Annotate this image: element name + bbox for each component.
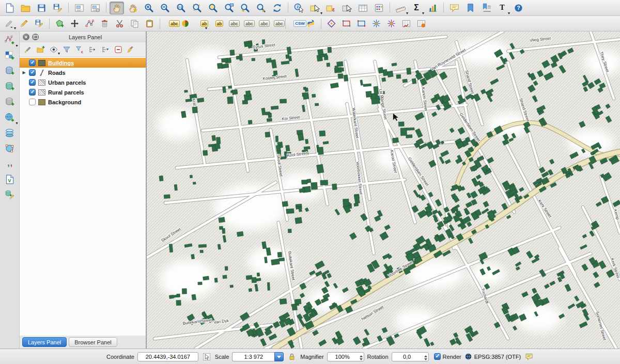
refresh-map-button[interactable] <box>270 2 284 14</box>
add-wcs-layer-button[interactable] <box>2 126 18 140</box>
expand-all-button[interactable] <box>86 44 98 55</box>
zoom-out-button[interactable] <box>158 2 172 14</box>
plugin-table-button[interactable] <box>414 18 428 29</box>
zoom-last-button[interactable] <box>238 2 252 14</box>
add-raster-layer-button[interactable] <box>2 49 18 62</box>
zoom-in-button[interactable] <box>142 2 156 14</box>
new-print-composer-button[interactable] <box>72 2 86 14</box>
cut-features-button[interactable] <box>113 18 126 29</box>
coordinate-input[interactable] <box>137 352 198 361</box>
current-edits-button[interactable] <box>2 18 16 29</box>
select-by-expression-button[interactable] <box>323 2 338 14</box>
save-project-button[interactable] <box>34 2 49 14</box>
add-delimited-text-button[interactable] <box>2 157 18 171</box>
close-panel-button[interactable] <box>23 34 29 40</box>
layer-visibility-checkbox[interactable] <box>29 99 36 105</box>
highlight-labels-button[interactable]: ab <box>208 18 222 29</box>
save-project-as-button[interactable] <box>50 2 65 14</box>
remove-layer-button[interactable] <box>112 44 124 55</box>
digitize-rectangle-extent-button[interactable] <box>354 18 368 29</box>
show-hide-labels-button[interactable]: abc <box>223 18 237 29</box>
filter-legend-button[interactable] <box>60 44 72 55</box>
zoom-next-button[interactable] <box>254 2 268 14</box>
scale-dropdown-arrow[interactable] <box>274 352 284 361</box>
identify-features-button[interactable] <box>291 2 306 14</box>
labeling-button[interactable]: abc <box>163 18 177 29</box>
toggle-editing-button[interactable] <box>17 18 30 29</box>
map-canvas[interactable]: Cyrus StreetKoster StreetKoi StreetKool … <box>146 31 620 349</box>
node-tool-button[interactable] <box>83 18 96 29</box>
pan-map-button[interactable] <box>110 2 124 14</box>
layer-visibility-checkbox[interactable] <box>29 79 36 86</box>
filter-by-expression-button[interactable] <box>73 44 85 55</box>
statistics-button[interactable] <box>425 2 440 14</box>
open-layer-styling-button[interactable] <box>22 44 34 55</box>
layer-row-background[interactable]: Background <box>20 97 146 107</box>
float-panel-button[interactable] <box>32 34 39 40</box>
layer-row-rural-parcels[interactable]: Rural parcels <box>20 87 146 97</box>
zoom-to-selection-button[interactable] <box>206 2 220 14</box>
help-button[interactable] <box>511 2 525 14</box>
new-shapefile-button[interactable] <box>2 172 18 186</box>
add-mssql-layer-button[interactable] <box>2 95 18 109</box>
layer-row-roads[interactable]: Roads <box>20 68 146 77</box>
move-feature-button[interactable] <box>68 18 81 29</box>
zoom-native-button[interactable] <box>174 2 188 14</box>
rotation-input[interactable] <box>392 352 429 361</box>
layer-row-buildings[interactable]: Buildings <box>20 58 146 68</box>
add-wfs-layer-button[interactable] <box>2 141 18 155</box>
move-label-button[interactable]: abc <box>238 18 252 29</box>
open-project-button[interactable] <box>18 2 33 14</box>
add-vector-layer-button[interactable] <box>2 33 18 47</box>
measure-button[interactable] <box>393 2 408 14</box>
zoom-full-button[interactable] <box>190 2 204 14</box>
field-calculator-button[interactable] <box>371 2 386 14</box>
mouse-extent-toggle-button[interactable] <box>202 352 212 362</box>
cad-input-button[interactable] <box>369 18 383 29</box>
messages-button[interactable] <box>524 352 534 362</box>
paste-features-button[interactable] <box>143 18 156 29</box>
save-layer-edits-button[interactable] <box>32 18 45 29</box>
deselect-all-button[interactable] <box>339 2 354 14</box>
diagram-options-button[interactable] <box>178 18 192 29</box>
composer-manager-button[interactable] <box>88 2 102 14</box>
open-attribute-table-button[interactable] <box>355 2 370 14</box>
add-postgis-layer-button[interactable] <box>2 64 18 78</box>
metasearch-button[interactable]: CSW <box>289 18 302 29</box>
scale-lock-button[interactable] <box>287 352 297 362</box>
clean-style-button[interactable] <box>125 44 137 55</box>
change-label-button[interactable]: abc <box>268 18 282 29</box>
pin-labels-button[interactable]: ab <box>193 18 207 29</box>
add-spatialite-layer-button[interactable] <box>2 80 18 93</box>
text-annotation-button[interactable]: T <box>495 2 509 14</box>
layer-visibility-checkbox[interactable] <box>29 89 36 96</box>
new-spatialite-layer-button[interactable] <box>2 188 18 202</box>
tab-browser-panel[interactable]: Browser Panel <box>69 337 117 347</box>
tab-layers-panel[interactable]: Layers Panel <box>22 337 67 347</box>
new-bookmark-button[interactable] <box>463 2 477 14</box>
crs-button[interactable]: EPSG:3857 (OTF) <box>464 353 521 360</box>
map-tips-button[interactable] <box>447 2 461 14</box>
new-project-button[interactable] <box>2 2 17 14</box>
render-checkbox[interactable] <box>434 353 441 360</box>
layer-expander-icon[interactable] <box>22 70 26 75</box>
show-bookmarks-button[interactable] <box>479 2 493 14</box>
copy-features-button[interactable] <box>128 18 141 29</box>
delete-selected-button[interactable] <box>98 18 111 29</box>
attribute-grid-button[interactable] <box>399 18 413 29</box>
rotate-label-button[interactable]: abc <box>253 18 267 29</box>
sum-features-button[interactable]: Σ <box>409 2 424 14</box>
manage-visibility-button[interactable] <box>48 44 59 55</box>
python-console-button[interactable] <box>304 18 317 29</box>
layer-row-urban-parcels[interactable]: Urban parcels <box>20 77 146 87</box>
select-features-button[interactable] <box>307 2 322 14</box>
construction-tools-button[interactable] <box>384 18 398 29</box>
pan-to-selection-button[interactable] <box>126 2 140 14</box>
digitize-rectangle-button[interactable] <box>339 18 353 29</box>
rotation-spin-buttons[interactable] <box>424 354 427 362</box>
add-feature-button[interactable] <box>53 18 66 29</box>
layer-visibility-checkbox[interactable] <box>29 59 36 66</box>
add-wms-layer-button[interactable] <box>2 110 18 124</box>
geometry-checker-button[interactable] <box>324 18 338 29</box>
layer-visibility-checkbox[interactable] <box>29 69 36 76</box>
